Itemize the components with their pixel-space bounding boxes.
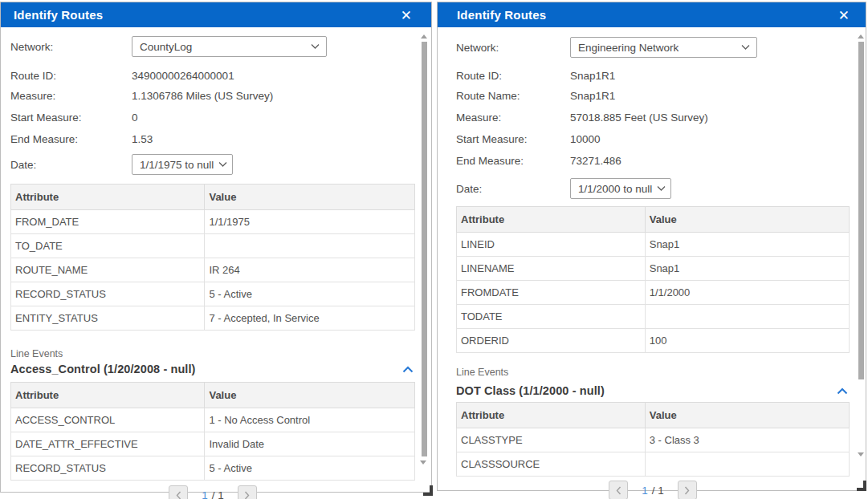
table-row: LINEIDSnap1: [457, 233, 850, 257]
page-indicator: 1 / 1: [202, 489, 224, 499]
line-event-attributes-table: Attribute Value CLASSTYPE3 - Class 3 CLA…: [456, 402, 850, 477]
chevron-up-icon[interactable]: [835, 386, 850, 396]
end-measure-value: 1.53: [132, 133, 153, 145]
panel-body: Network: CountyLog Route ID: 34900000264…: [1, 36, 431, 499]
page-indicator: 1 / 1: [642, 485, 664, 497]
attr-cell: TO_DATE: [11, 234, 205, 258]
value-cell: 7 - Accepted, In Service: [205, 306, 415, 331]
next-page-button[interactable]: [238, 485, 257, 499]
current-page: 1: [202, 489, 208, 499]
route-id-label: Route ID:: [10, 70, 132, 82]
attr-cell: ACCESS_CONTROL: [11, 408, 205, 432]
network-label: Network:: [456, 42, 570, 54]
next-page-button[interactable]: [678, 481, 697, 499]
chevron-up-icon[interactable]: [401, 364, 415, 375]
chevron-down-icon: [311, 44, 320, 50]
attr-cell: RECORD_STATUS: [11, 282, 205, 306]
end-measure-row: End Measure: 73271.486: [456, 150, 850, 172]
table-row: RECORD_STATUS5 - Active: [11, 456, 415, 481]
chevron-down-icon: [657, 186, 666, 192]
resize-grip-icon[interactable]: [857, 481, 866, 491]
date-select-value: 1/1/2000 to null: [578, 183, 652, 195]
line-event-attributes-table: Attribute Value ACCESS_CONTROL1 - No Acc…: [10, 382, 415, 481]
route-id-value: 34900000264000001: [132, 70, 234, 82]
scrollbar-thumb[interactable]: [422, 42, 427, 456]
chevron-down-icon: [741, 45, 750, 51]
date-field-row: Date: 1/1/1975 to null: [10, 154, 415, 175]
workspace: Identify Routes ✕ Network: CountyLog Rou…: [0, 0, 868, 499]
value-cell: IR 264: [205, 258, 415, 282]
measure-row: Measure: 1.1306786 Miles (US Survey): [10, 85, 415, 107]
end-measure-label: End Measure:: [456, 155, 570, 167]
network-field-row: Network: CountyLog: [10, 36, 415, 57]
scrollbar-down-arrow-icon[interactable]: [420, 460, 426, 465]
route-id-row: Route ID: Snap1R1: [456, 66, 850, 85]
network-select[interactable]: CountyLog: [132, 36, 327, 57]
value-cell: 5 - Active: [205, 282, 415, 306]
start-measure-row: Start Measure: 0: [10, 107, 415, 128]
close-icon[interactable]: ✕: [837, 6, 851, 23]
measure-row: Measure: 57018.885 Feet (US Survey): [456, 107, 850, 128]
value-cell: 100: [645, 329, 849, 353]
table-header-row: Attribute Value: [457, 207, 850, 233]
panel-header: Identify Routes ✕: [1, 2, 431, 27]
table-row: ORDERID100: [457, 329, 850, 353]
table-row: TODATE: [457, 305, 850, 329]
table-row: CLASSSOURCE: [457, 452, 850, 477]
pagination: 1 / 1: [10, 485, 415, 499]
network-field-row: Network: Engineering Network: [456, 37, 850, 58]
route-name-value: Snap1R1: [570, 90, 615, 102]
table-header-row: Attribute Value: [11, 383, 415, 408]
value-cell: 1 - No Access Control: [205, 408, 415, 432]
value-cell: 1/1/2000: [645, 281, 849, 305]
route-id-row: Route ID: 34900000264000001: [10, 66, 415, 85]
measure-label: Measure:: [456, 112, 570, 124]
value-cell: 3 - Class 3: [645, 428, 849, 452]
attr-cell: DATE_ATTR_EFFECTIVE: [11, 432, 205, 456]
start-measure-value: 10000: [570, 133, 601, 145]
value-cell: [645, 305, 849, 329]
value-column-header: Value: [205, 185, 415, 210]
identify-routes-panel-left: Identify Routes ✕ Network: CountyLog Rou…: [0, 2, 432, 493]
route-id-value: Snap1R1: [570, 70, 615, 82]
scrollbar-thumb[interactable]: [858, 42, 864, 379]
route-name-label: Route Name:: [456, 90, 570, 102]
date-select[interactable]: 1/1/1975 to null: [132, 154, 233, 175]
value-column-header: Value: [645, 403, 849, 428]
line-event-title: Access_Control (1/20/2008 - null): [10, 363, 196, 375]
scrollbar-down-arrow-icon[interactable]: [858, 452, 864, 456]
table-row: FROMDATE1/1/2000: [457, 281, 850, 305]
attr-cell: ENTITY_STATUS: [11, 306, 205, 331]
identify-routes-panel-right: Identify Routes ✕ Network: Engineering N…: [437, 2, 866, 491]
attribute-column-header: Attribute: [11, 383, 205, 408]
value-cell: 5 - Active: [205, 456, 415, 481]
scrollbar-up-arrow-icon[interactable]: [858, 34, 864, 39]
resize-grip-icon[interactable]: [423, 485, 433, 496]
panel-title: Identify Routes: [14, 8, 103, 22]
previous-page-button[interactable]: [609, 481, 628, 499]
panel-title: Identify Routes: [457, 8, 546, 22]
measure-value: 57018.885 Feet (US Survey): [570, 112, 708, 124]
attr-cell: CLASSSOURCE: [457, 452, 646, 477]
value-cell: Snap1: [645, 233, 849, 257]
line-event-title: DOT Class (1/1/2000 - null): [456, 384, 605, 397]
close-icon[interactable]: ✕: [399, 6, 414, 23]
measure-label: Measure:: [10, 90, 132, 102]
previous-page-button[interactable]: [169, 485, 188, 499]
start-measure-label: Start Measure:: [456, 133, 570, 145]
start-measure-value: 0: [132, 112, 138, 124]
table-row: ROUTE_NAMEIR 264: [11, 258, 415, 282]
date-select-value: 1/1/1975 to null: [140, 159, 214, 171]
date-label: Date:: [10, 159, 132, 171]
network-select[interactable]: Engineering Network: [570, 37, 757, 58]
end-measure-label: End Measure:: [10, 133, 132, 145]
table-row: LINENAMESnap1: [457, 257, 850, 281]
route-attributes-table: Attribute Value LINEIDSnap1 LINENAMESnap…: [456, 206, 850, 353]
scrollbar-up-arrow-icon[interactable]: [421, 34, 427, 39]
route-attributes-table: Attribute Value FROM_DATE1/1/1975 TO_DAT…: [10, 184, 415, 331]
current-page: 1: [642, 485, 648, 497]
end-measure-value: 73271.486: [570, 155, 621, 167]
pagination: 1 / 1: [456, 481, 850, 499]
line-event-header: DOT Class (1/1/2000 - null): [456, 383, 850, 398]
date-select[interactable]: 1/1/2000 to null: [570, 178, 671, 199]
